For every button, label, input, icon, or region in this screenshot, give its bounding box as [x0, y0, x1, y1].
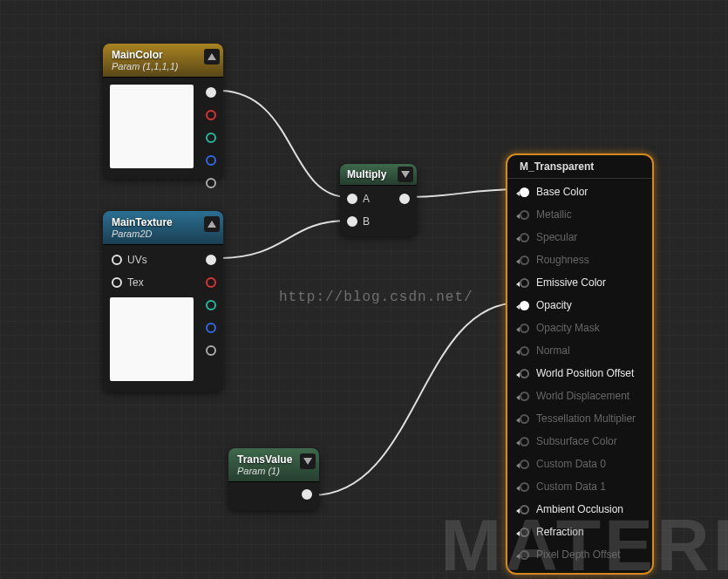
output-pin-rgb[interactable]: [206, 255, 216, 265]
material-input-pin: Custom Data 1: [507, 475, 652, 498]
pin-label: UVs: [127, 254, 147, 266]
input-pin-uvs[interactable]: [112, 255, 122, 265]
pin-label: World Displacement: [536, 390, 629, 402]
pin-label: Custom Data 0: [536, 458, 606, 470]
output-pin-a[interactable]: [206, 345, 216, 356]
pin-label: Subsurface Color: [536, 435, 617, 447]
pin-label: Opacity Mask: [536, 322, 600, 334]
output-pin[interactable]: [302, 489, 312, 500]
node-title: MainColor: [112, 49, 214, 61]
pin-label: Custom Data 1: [536, 480, 606, 493]
pin-label: Tessellation Multiplier: [536, 412, 636, 425]
pin-label: Roughness: [536, 254, 589, 266]
output-pin-g[interactable]: [206, 133, 216, 143]
pin-label: Emissive Color: [536, 276, 606, 289]
material-input-pin[interactable]: Base Color: [507, 181, 652, 203]
pin-label: Specular: [536, 231, 577, 243]
output-pin-b[interactable]: [206, 323, 216, 333]
pin-socket[interactable]: [520, 301, 529, 310]
node-title: M_Transparent: [520, 160, 640, 173]
pin-socket: [520, 255, 529, 265]
node-header[interactable]: MainTexture Param2D: [103, 211, 223, 245]
material-input-pin[interactable]: Emissive Color: [507, 271, 652, 294]
node-maintexture[interactable]: MainTexture Param2D UVs Tex: [103, 211, 223, 392]
material-input-pin: Specular: [507, 226, 652, 249]
pin-socket: [520, 482, 529, 492]
pin-socket[interactable]: [520, 278, 529, 288]
pin-socket[interactable]: [520, 187, 529, 197]
pin-socket: [520, 346, 529, 356]
node-transvalue[interactable]: TransValue Param (1): [228, 448, 319, 510]
collapse-button[interactable]: [204, 216, 220, 232]
output-pin-b[interactable]: [206, 155, 216, 166]
node-header[interactable]: TransValue Param (1): [228, 448, 319, 482]
pin-label: Opacity: [536, 299, 572, 311]
watermark-url: http://blog.csdn.net/: [279, 290, 473, 305]
input-pin-b[interactable]: [347, 216, 357, 227]
node-subtitle: Param (1,1,1,1): [112, 61, 214, 72]
output-pin-g[interactable]: [206, 300, 216, 310]
pin-label: B: [363, 215, 370, 228]
pin-socket: [520, 233, 529, 242]
node-subtitle: Param2D: [112, 228, 214, 240]
input-pin-tex[interactable]: [112, 277, 122, 288]
pin-socket: [520, 414, 529, 424]
node-header[interactable]: MainColor Param (1,1,1,1): [103, 44, 223, 78]
material-input-pin[interactable]: World Position Offset: [507, 362, 652, 385]
collapse-button[interactable]: [204, 49, 220, 65]
node-multiply[interactable]: Multiply A B: [340, 164, 417, 236]
material-input-pin: World Displacement: [507, 385, 652, 407]
pin-label: World Position Offset: [536, 367, 634, 379]
pin-socket: [520, 437, 529, 446]
collapse-button[interactable]: [300, 453, 316, 469]
material-input-pin: Tessellation Multiplier: [507, 407, 652, 430]
node-title: MainTexture: [112, 216, 214, 228]
collapse-button[interactable]: [398, 167, 413, 182]
pin-label: Normal: [536, 344, 570, 357]
input-pin-a[interactable]: [347, 194, 357, 204]
pin-socket: [520, 392, 529, 401]
pin-label: A: [363, 193, 370, 205]
material-input-pin: Opacity Mask: [507, 317, 652, 339]
color-preview: [110, 85, 194, 168]
material-input-pin: Custom Data 0: [507, 453, 652, 475]
texture-preview: [110, 297, 194, 381]
material-input-pin: Metallic: [507, 203, 652, 226]
output-pin-rgba[interactable]: [206, 87, 216, 98]
watermark-brand: MATERI: [440, 503, 728, 579]
pin-label: Metallic: [536, 208, 572, 221]
material-input-pin: Normal: [507, 339, 652, 362]
pin-label: Tex: [127, 276, 144, 289]
node-header[interactable]: M_Transparent: [507, 155, 652, 179]
output-pin-r[interactable]: [206, 110, 216, 120]
material-input-pin: Roughness: [507, 249, 652, 271]
pin-socket: [520, 324, 529, 333]
node-maincolor[interactable]: MainColor Param (1,1,1,1): [103, 44, 223, 179]
output-pin[interactable]: [399, 194, 410, 204]
pin-socket: [520, 210, 529, 220]
material-input-pin[interactable]: Opacity: [507, 294, 652, 317]
node-header[interactable]: Multiply: [340, 164, 417, 186]
material-input-pin: Subsurface Color: [507, 430, 652, 453]
pin-label: Base Color: [536, 186, 588, 198]
output-pin-r[interactable]: [206, 277, 216, 288]
output-pin-a[interactable]: [206, 178, 216, 188]
pin-socket[interactable]: [520, 369, 529, 378]
pin-socket: [520, 460, 529, 469]
